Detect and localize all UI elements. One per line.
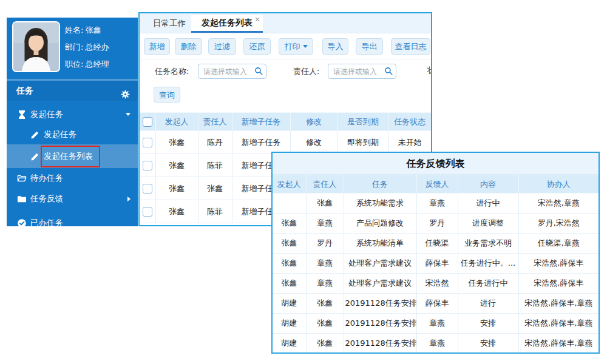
feedback-cell-feedback-person[interactable]: 章燕 <box>416 314 458 334</box>
feedback-table-row: 胡建张鑫20191128任务安排章燕安排宋浩然,薛保丰,章燕 <box>273 334 599 354</box>
feedback-cell-task[interactable]: 系统功能清单 <box>344 234 416 254</box>
feedback-cell-initiator[interactable]: 张鑫 <box>273 254 306 274</box>
folder-open-icon <box>17 174 27 183</box>
checkbox-cell <box>140 177 155 200</box>
feedback-cell-feedback-person[interactable]: 薛保丰 <box>416 254 458 274</box>
feedback-table: 发起人 责任人 任务 反馈人 内容 协办人 张鑫系统功能需求章燕进行中宋浩然,章… <box>273 175 599 354</box>
feedback-cell-task[interactable]: 产品问题修改 <box>344 214 416 234</box>
feedback-cell-initiator[interactable]: 胡建 <box>273 294 306 314</box>
feedback-table-row: 胡建张鑫20191128任务安排薛保丰进行宋浩然,薛保丰,章燕 <box>273 294 599 314</box>
task-cell-modify[interactable]: 修改 <box>290 131 337 154</box>
avatar <box>12 21 60 72</box>
chevron-down-icon[interactable] <box>126 113 131 116</box>
button-label: 新增 <box>149 41 165 52</box>
feedback-cell-task[interactable]: 20191128任务安排 <box>344 314 416 334</box>
col-initiator: 发起人 <box>273 175 306 194</box>
feedback-cell-initiator[interactable]: 胡建 <box>273 334 306 354</box>
col-due: 是否到期 <box>337 113 388 131</box>
gear-icon[interactable] <box>121 86 130 95</box>
print-dropdown-button[interactable]: 打印 <box>279 38 313 55</box>
feedback-cell-task[interactable]: 20191128任务安排 <box>344 294 416 314</box>
name-label: 姓名: <box>65 25 83 35</box>
task-cell-add_subtask[interactable]: 新增子任务 <box>232 131 290 154</box>
restore-button[interactable]: 还原 <box>243 38 271 55</box>
col-content: 内容 <box>458 175 518 194</box>
chevron-right-icon[interactable] <box>127 197 131 201</box>
sidebar-item-task-feedback[interactable]: 任务反馈 <box>7 189 138 209</box>
feedback-cell-initiator[interactable]: 张鑫 <box>273 274 306 294</box>
feedback-cell-feedback-person[interactable]: 章燕 <box>416 334 458 354</box>
feedback-cell-feedback-person[interactable]: 罗丹 <box>416 214 458 234</box>
feedback-table-row: 张鑫系统功能需求章燕进行中宋浩然,章燕 <box>273 194 599 214</box>
feedback-cell-owner[interactable]: 章燕 <box>306 254 344 274</box>
delete-button[interactable]: 删除 <box>175 38 202 55</box>
sidebar-item-initiate-task-group[interactable]: 发起任务 <box>7 104 138 124</box>
sidebar-item-label: 任务反馈 <box>7 194 63 204</box>
feedback-cell-owner[interactable]: 章燕 <box>306 214 344 234</box>
task-cell-initiator[interactable]: 张鑫 <box>155 154 198 177</box>
feedback-cell-task[interactable]: 20191128任务安排 <box>344 334 416 354</box>
feedback-cell-initiator[interactable]: 张鑫 <box>273 214 306 234</box>
sidebar-section-tasks[interactable]: 任务 <box>7 81 138 101</box>
col-status: 任务状态 <box>388 113 431 131</box>
task-cell-initiator[interactable]: 张鑫 <box>155 200 198 223</box>
filter-button[interactable]: 过滤 <box>208 38 236 55</box>
task-cell-status: 未开始 <box>388 131 431 154</box>
search-icon[interactable] <box>254 67 263 76</box>
feedback-cell-initiator[interactable]: 胡建 <box>273 314 306 334</box>
task-cell-initiator[interactable]: 张鑫 <box>155 177 198 200</box>
add-button[interactable]: 新增 <box>144 38 170 55</box>
position-value: 总经理 <box>85 59 109 69</box>
feedback-cell-owner[interactable]: 张鑫 <box>306 314 344 334</box>
feedback-cell-task[interactable]: 处理客户需求建议 <box>344 274 416 294</box>
tab-daily-work[interactable]: 日常工作 <box>147 13 192 33</box>
tab-label: 发起任务列表 <box>202 18 253 27</box>
search-icon[interactable] <box>384 67 393 76</box>
row-checkbox[interactable] <box>143 184 152 194</box>
sidebar-item-done-tasks[interactable]: 已办任务 <box>7 213 138 226</box>
close-icon[interactable]: × <box>254 16 260 23</box>
query-button[interactable]: 查询 <box>154 87 180 103</box>
row-checkbox[interactable] <box>143 138 152 147</box>
feedback-cell-feedback-person[interactable]: 章燕 <box>416 194 458 214</box>
select-all-checkbox[interactable] <box>143 117 152 127</box>
feedback-cell-owner[interactable]: 章燕 <box>306 274 344 294</box>
row-checkbox[interactable] <box>143 207 152 217</box>
sidebar-item-label: 待办任务 <box>7 173 63 184</box>
task-cell-owner[interactable]: 陈菲 <box>198 154 232 177</box>
hourglass-icon <box>17 110 27 120</box>
sidebar-item-todo-tasks[interactable]: 待办任务 <box>7 168 138 189</box>
col-modify: 修改 <box>290 113 337 131</box>
button-label: 查看日志 <box>395 41 427 52</box>
view-log-button[interactable]: 查看日志 <box>391 38 430 55</box>
task-cell-initiator[interactable]: 张鑫 <box>155 131 198 154</box>
button-label: 删除 <box>181 41 197 52</box>
feedback-cell-owner[interactable]: 张鑫 <box>306 334 344 354</box>
feedback-cell-owner[interactable]: 张鑫 <box>306 294 344 314</box>
feedback-cell-initiator[interactable]: 张鑫 <box>273 234 306 254</box>
task-name-label: 任务名称: <box>155 64 189 79</box>
feedback-cell-feedback-person[interactable]: 任晓渠 <box>416 234 458 254</box>
import-button[interactable]: 导入 <box>322 38 348 55</box>
sidebar-item-label: 已办任务 <box>7 218 63 226</box>
feedback-cell-owner[interactable]: 张鑫 <box>306 194 344 214</box>
check-circle-icon <box>17 218 27 226</box>
row-checkbox[interactable] <box>143 161 152 170</box>
feedback-cell-feedback-person[interactable]: 薛保丰 <box>416 294 458 314</box>
tab-initiated-task-list[interactable]: 发起任务列表 × <box>191 15 263 33</box>
app-root: 姓名:张鑫 部门:总经办 职位:总经理 任务 发起任务 <box>0 0 607 364</box>
col-initiator: 发起人 <box>155 113 198 131</box>
task-cell-owner[interactable]: 张鑫 <box>198 177 232 200</box>
task-cell-owner[interactable]: 陈菲 <box>198 200 232 223</box>
feedback-cell-task[interactable]: 系统功能需求 <box>344 194 416 214</box>
col-task: 任务 <box>344 175 416 194</box>
feedback-cell-content: 安排 <box>458 334 518 354</box>
task-cell-owner[interactable]: 陈丹 <box>198 131 232 154</box>
col-assistant: 协办人 <box>518 175 599 194</box>
feedback-cell-task[interactable]: 处理客户需求建议 <box>344 254 416 274</box>
feedback-cell-feedback-person[interactable]: 宋浩然 <box>416 274 458 294</box>
export-button[interactable]: 导出 <box>356 38 383 55</box>
feedback-cell-owner[interactable]: 罗丹 <box>306 234 344 254</box>
sidebar-item-initiate-task[interactable]: 发起任务 <box>7 124 138 144</box>
task-cell-due: 即将到期 <box>337 131 388 154</box>
